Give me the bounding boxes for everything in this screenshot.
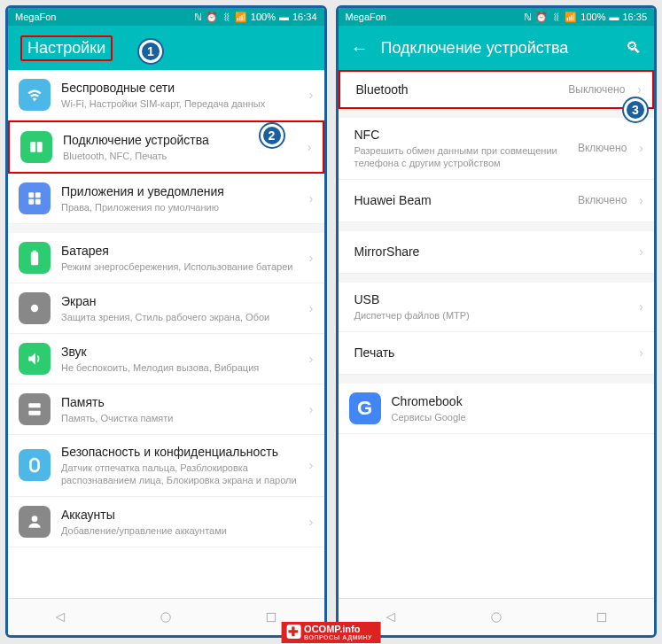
svg-rect-1 <box>37 142 43 152</box>
svg-point-14 <box>491 612 501 622</box>
settings-item-battery[interactable]: Батарея Режим энергосбережения, Использо… <box>8 233 324 283</box>
back-button[interactable]: ← <box>351 38 369 58</box>
carrier-label: MegaFon <box>346 12 386 22</box>
item-print[interactable]: Печать › <box>339 332 655 375</box>
item-title: MirrorShare <box>354 244 629 260</box>
watermark-main: OCOMP.info <box>304 625 372 634</box>
item-text: Экран Защита зрения, Стиль рабочего экра… <box>61 293 299 323</box>
nav-back-button[interactable] <box>385 611 397 624</box>
storage-icon <box>19 393 51 425</box>
svg-rect-3 <box>35 192 41 198</box>
callout-3: 3 <box>624 98 647 121</box>
item-sub: Режим энергосбережения, Использование ба… <box>61 260 299 273</box>
plus-icon: ✚ <box>286 625 300 639</box>
svg-rect-4 <box>28 199 34 205</box>
item-title: Печать <box>354 345 629 361</box>
item-value: Включено <box>578 194 627 206</box>
app-header: ← Подключение устройства 🔍︎ <box>339 26 655 70</box>
device-icon <box>20 131 52 163</box>
item-text: Аккаунты Добавление/управление аккаунтам… <box>61 507 299 537</box>
navigation-bar <box>8 598 324 635</box>
callout-2: 2 <box>261 124 284 147</box>
signal-icon: 📶 <box>565 12 577 23</box>
chevron-right-icon: › <box>309 458 314 472</box>
search-button[interactable]: 🔍︎ <box>626 39 642 58</box>
item-usb[interactable]: USB Диспетчер файлов (MTP) › <box>339 283 655 332</box>
item-sub: Память, Очистка памяти <box>61 412 299 424</box>
item-title: Безопасность и конфиденциальность <box>61 444 299 460</box>
status-bar: MegaFon ℕ ⏰ ⧛ 📶 100% ▬ 16:35 <box>339 8 655 26</box>
svg-point-8 <box>31 305 38 312</box>
battery-pct: 100% <box>580 12 605 22</box>
page-title: Подключение устройства <box>381 39 569 58</box>
item-bluetooth[interactable]: Bluetooth Выключено › <box>339 70 655 109</box>
settings-item-storage[interactable]: Память Память, Очистка памяти › <box>8 384 324 435</box>
chevron-right-icon: › <box>308 140 312 154</box>
chevron-right-icon: › <box>639 299 643 314</box>
item-sub: Датчик отпечатка пальца, Разблокировка р… <box>61 462 299 487</box>
item-text: NFC Разрешить обмен данными при совмещен… <box>354 127 567 170</box>
svg-rect-9 <box>28 403 40 407</box>
item-sub: Не беспокоить, Мелодия вызова, Вибрация <box>61 361 299 374</box>
section-divider <box>339 375 655 384</box>
item-sub: Сервисы Google <box>392 411 644 423</box>
watermark-sub: ВОПРОСЫ АДМИНУ <box>304 634 372 640</box>
chevron-right-icon: › <box>309 301 314 315</box>
nav-home-button[interactable] <box>490 611 502 624</box>
item-title: Bluetooth <box>356 81 558 97</box>
chevron-right-icon: › <box>309 191 314 206</box>
item-text: Звук Не беспокоить, Мелодия вызова, Вибр… <box>61 344 299 374</box>
chevron-right-icon: › <box>637 82 642 97</box>
svg-rect-5 <box>35 199 41 205</box>
settings-item-display[interactable]: Экран Защита зрения, Стиль рабочего экра… <box>8 283 324 334</box>
settings-list[interactable]: Беспроводные сети Wi-Fi, Настройки SIM-к… <box>8 70 324 598</box>
navigation-bar <box>339 598 655 635</box>
fingerprint-icon <box>19 449 51 481</box>
svg-rect-13 <box>267 613 275 621</box>
nav-back-button[interactable] <box>54 611 66 624</box>
account-icon <box>19 506 51 538</box>
item-text: Батарея Режим энергосбережения, Использо… <box>61 243 299 273</box>
item-text: Приложения и уведомления Права, Приложен… <box>61 183 299 213</box>
item-nfc[interactable]: NFC Разрешить обмен данными при совмещен… <box>339 118 655 180</box>
svg-rect-0 <box>30 142 35 152</box>
nav-home-button[interactable] <box>160 611 172 624</box>
item-title: Chromebook <box>392 393 644 409</box>
watermark: ✚ OCOMP.info ВОПРОСЫ АДМИНУ <box>281 622 381 643</box>
clock: 16:35 <box>622 12 647 22</box>
item-sub: Защита зрения, Стиль рабочего экрана, Об… <box>61 311 299 323</box>
settings-item-security[interactable]: Безопасность и конфиденциальность Датчик… <box>8 435 324 497</box>
nav-recent-button[interactable] <box>596 611 608 624</box>
battery-icon: ▬ <box>609 12 619 22</box>
item-sub: Bluetooth, NFC, Печать <box>63 150 297 162</box>
item-title: Батарея <box>61 243 299 259</box>
svg-rect-7 <box>33 251 35 252</box>
battery-pct: 100% <box>251 12 276 22</box>
settings-item-wireless[interactable]: Беспроводные сети Wi-Fi, Настройки SIM-к… <box>8 70 324 120</box>
battery-icon: ▬ <box>279 12 289 22</box>
phone-right: MegaFon ℕ ⏰ ⧛ 📶 100% ▬ 16:35 ← Подключен… <box>336 5 658 638</box>
item-text: Bluetooth <box>356 81 558 97</box>
wifi-icon: ⧛ <box>222 12 231 22</box>
item-mirrorshare[interactable]: MirrorShare › <box>339 231 655 274</box>
svg-rect-2 <box>28 192 34 198</box>
item-huawei-beam[interactable]: Huawei Beam Включено › <box>339 180 655 222</box>
settings-item-apps[interactable]: Приложения и уведомления Права, Приложен… <box>8 174 324 224</box>
nfc-icon: ℕ <box>194 12 202 23</box>
svg-rect-10 <box>28 411 40 415</box>
item-text: Память Память, Очистка памяти <box>61 394 299 424</box>
connection-list[interactable]: Bluetooth Выключено › 3 NFC Разрешить об… <box>339 70 655 598</box>
settings-item-accounts[interactable]: Аккаунты Добавление/управление аккаунтам… <box>8 497 324 547</box>
svg-rect-6 <box>31 252 38 265</box>
item-sub: Добавление/управление аккаунтами <box>61 524 299 537</box>
section-divider <box>339 222 655 231</box>
item-chromebook[interactable]: G Chromebook Сервисы Google <box>339 384 655 434</box>
battery-icon <box>19 242 51 274</box>
alarm-icon: ⏰ <box>535 12 548 23</box>
nav-recent-button[interactable] <box>265 611 277 624</box>
item-value: Включено <box>578 142 627 154</box>
item-text: USB Диспетчер файлов (MTP) <box>354 291 629 322</box>
settings-item-sound[interactable]: Звук Не беспокоить, Мелодия вызова, Вибр… <box>8 334 324 384</box>
item-text: Беспроводные сети Wi-Fi, Настройки SIM-к… <box>61 80 299 110</box>
section-divider <box>339 274 655 283</box>
